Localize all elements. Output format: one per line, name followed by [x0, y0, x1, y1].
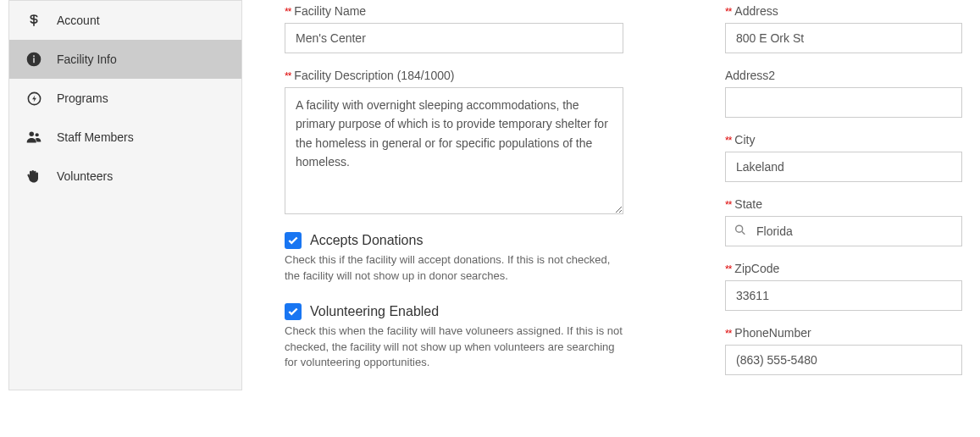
svg-rect-1 — [33, 58, 35, 63]
facility-name-input[interactable] — [285, 23, 623, 53]
phone-input[interactable] — [725, 345, 962, 375]
bolt-circle-icon — [25, 89, 43, 108]
facility-desc-textarea[interactable] — [285, 87, 623, 214]
volunteering-label: Volunteering Enabled — [310, 304, 439, 319]
accepts-donations-checkbox[interactable] — [285, 232, 302, 249]
sidebar-item-staff-members[interactable]: Staff Members — [9, 118, 241, 157]
city-label: **City — [725, 133, 962, 147]
sidebar-item-account[interactable]: Account — [9, 1, 241, 40]
svg-point-4 — [30, 132, 35, 137]
state-input[interactable] — [725, 216, 962, 246]
address-label: **Address — [725, 4, 962, 18]
dollar-icon — [25, 11, 43, 30]
sidebar-item-volunteers[interactable]: Volunteers — [9, 157, 241, 196]
address2-label: Address2 — [725, 69, 962, 82]
zip-label: **ZipCode — [725, 262, 962, 275]
facility-desc-label: **Facility Description (184/1000) — [285, 69, 623, 82]
sidebar-item-programs[interactable]: Programs — [9, 79, 241, 118]
accepts-donations-label: Accepts Donations — [310, 233, 423, 248]
sidebar-label: Staff Members — [57, 130, 134, 144]
sidebar-label: Facility Info — [57, 53, 117, 66]
city-input[interactable] — [725, 152, 962, 182]
svg-point-5 — [36, 133, 39, 136]
zip-input[interactable] — [725, 280, 962, 311]
sidebar-label: Volunteers — [57, 169, 113, 183]
volunteering-help: Check this when the facility will have v… — [285, 324, 623, 372]
svg-point-2 — [33, 55, 35, 57]
address-input[interactable] — [725, 23, 962, 53]
address2-input[interactable] — [725, 87, 962, 118]
info-icon — [25, 50, 43, 69]
accepts-donations-help: Check this if the facility will accept d… — [285, 252, 623, 285]
volunteering-checkbox[interactable] — [285, 303, 302, 320]
people-icon — [25, 128, 43, 147]
state-label: **State — [725, 197, 962, 211]
hand-icon — [25, 167, 43, 185]
sidebar-item-facility-info[interactable]: Facility Info — [9, 40, 241, 79]
sidebar: Account Facility Info Programs Staff Mem… — [8, 0, 242, 390]
phone-label: **PhoneNumber — [725, 326, 962, 340]
sidebar-label: Account — [57, 14, 100, 27]
check-icon — [287, 235, 299, 246]
facility-name-label: **Facility Name — [285, 4, 623, 18]
sidebar-label: Programs — [57, 91, 108, 105]
check-icon — [287, 306, 299, 318]
main-form: **Facility Name **Facility Description (… — [251, 0, 980, 390]
